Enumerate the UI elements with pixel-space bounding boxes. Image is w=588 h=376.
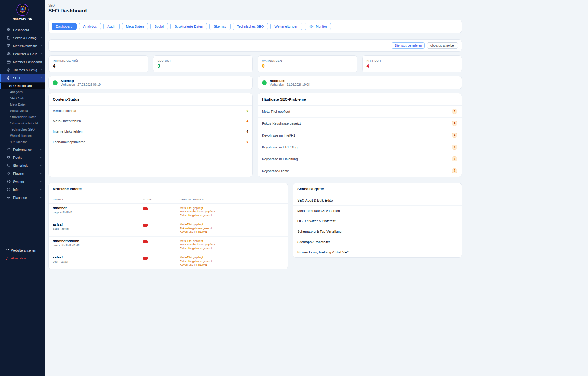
sidebar-subitem-analytics[interactable]: Analytics: [0, 89, 45, 95]
sidebar-item-medienverwaltung[interactable]: Medienverwaltung: [0, 42, 45, 50]
score-cell: [143, 206, 180, 212]
sidebar-item-seiten-beitr-ge[interactable]: Seiten & Beiträge: [0, 34, 45, 42]
plug-icon: [7, 172, 11, 175]
chevron-down-icon: [39, 156, 42, 159]
sidebar-item-label: Sicherheit: [13, 164, 37, 167]
quick-access-panel: Schnellzugriffe SEO Audit & Bulk-EditorM…: [293, 183, 462, 258]
pages-icon: [7, 36, 11, 40]
sidebar-link-website-ansehen[interactable]: Website ansehen: [0, 247, 45, 254]
chevron-down-icon: [39, 53, 42, 55]
sidebar-item-sicherheit[interactable]: Sicherheit: [0, 161, 45, 169]
issue-item: Meta-Titel gepflegt: [180, 206, 284, 210]
tab-weiterleitungen[interactable]: Weiterleitungen: [270, 23, 302, 30]
sidebar-subitem-seo-audit[interactable]: SEO Audit: [0, 95, 45, 101]
tab-social[interactable]: Social: [150, 23, 168, 30]
sidebar-subitem-social-media[interactable]: Social Media: [0, 107, 45, 114]
status-dot: [53, 80, 58, 85]
page-title: SEO Dashboard: [48, 8, 462, 14]
score-badge: [143, 257, 148, 260]
sidebar-subitem-technisches-seo[interactable]: Technisches SEO: [0, 126, 45, 132]
table-row: dfhdfhdfhdfhdfhpost · dfhdfhdfhdfhdfhMet…: [49, 237, 288, 253]
sidebar-item-seo[interactable]: SEO: [0, 74, 45, 82]
tab-technisches-seo[interactable]: Technisches SEO: [233, 23, 268, 30]
breadcrumb: SEO: [48, 4, 462, 7]
stat-card-seo-gut: SEO GUT0: [153, 55, 253, 72]
sidebar-item-label: Medienverwaltung: [13, 44, 37, 48]
quick-link-broken-links-hreflang-bild-seo[interactable]: Broken Links, hreflang & Bild-SEO: [293, 247, 462, 257]
issue-item: Meta-Titel gepflegt: [180, 223, 284, 226]
row-label: Fokus-Keyphrase gesetzt: [262, 122, 301, 125]
quick-link-og-x-twitter-pinterest[interactable]: OG, X/Twitter & Pinterest: [293, 216, 462, 226]
issue-item: Fokus-Keyphrase gesetzt: [180, 246, 284, 250]
sidebar-item-dashboard[interactable]: Dashboard: [0, 26, 45, 34]
chevron-down-icon: [39, 188, 42, 191]
sidebar-subitem-meta-daten[interactable]: Meta-Daten: [0, 101, 45, 107]
quick-link-schema-org-typ-verteilung[interactable]: Schema.org & Typ-Verteilung: [293, 226, 462, 237]
gear-icon: [7, 180, 11, 183]
sidebar-item-member-dashboard[interactable]: Member Dashboard: [0, 58, 45, 66]
sidebar-subitem-seo-dashboard[interactable]: SEO Dashboard: [0, 83, 45, 89]
count-badge: 4: [452, 109, 457, 114]
quick-link-seo-audit-bulk-editor[interactable]: SEO Audit & Bulk-Editor: [293, 195, 462, 206]
tab-meta-daten[interactable]: Meta-Daten: [122, 23, 148, 30]
seo-problem-row: Meta-Titel gepflegt4: [258, 106, 462, 118]
sidebar-item-label: Dashboard: [13, 28, 42, 32]
chevron-down-icon: [39, 37, 42, 39]
sidebar-item-diagnose[interactable]: Diagnose: [0, 193, 45, 202]
tab-audit[interactable]: Audit: [103, 23, 119, 30]
content-subtitle: page · asfsaf: [53, 227, 143, 230]
quick-link-meta-templates-variablen[interactable]: Meta-Templates & Variablen: [293, 206, 462, 216]
sidebar-item-label: Diagnose: [13, 196, 37, 199]
sidebar-item-label: Benutzer & Gruppen: [13, 52, 37, 56]
issue-item: Keyphrase im Titel/H1: [180, 263, 284, 266]
tab-dashboard[interactable]: Dashboard: [52, 23, 77, 30]
tab-strukturierte-daten[interactable]: Strukturierte Daten: [170, 23, 207, 30]
logo-text: 365CMS.DE: [13, 18, 32, 21]
stat-label: SEO GUT: [158, 59, 249, 62]
sidebar-link-abmelden[interactable]: Abmelden: [0, 254, 45, 262]
row-label: Veröffentlichbar: [53, 109, 77, 112]
issue-item: Meta-Titel gepflegt: [180, 239, 284, 243]
users-icon: [7, 52, 11, 56]
sidebar-item-recht[interactable]: Recht: [0, 153, 45, 161]
tab-analytics[interactable]: Analytics: [79, 23, 101, 30]
issues-cell: Meta-Titel gepflegtFokus-Keyphrase geset…: [180, 256, 284, 266]
sidebar-item-system[interactable]: System: [0, 177, 45, 185]
table-header-row: INHALTSCOREOFFENE PUNKTE: [49, 195, 288, 204]
tab-404-monitor[interactable]: 404-Monitor: [305, 23, 331, 30]
critical-content-title: Kritische Inhalte: [49, 183, 288, 195]
issue-item: Fokus-Keyphrase gesetzt: [180, 226, 284, 230]
sitemaps-generieren-button[interactable]: Sitemaps generieren: [392, 42, 424, 49]
column-header-inhalt: INHALT: [53, 198, 143, 201]
sidebar-item-plugins[interactable]: Plugins: [0, 169, 45, 177]
sidebar-subitem-sitemap-robots-txt[interactable]: Sitemap & robots.txt: [0, 120, 45, 126]
tab-sitemap[interactable]: Sitemap: [209, 23, 230, 30]
score-badge: [143, 240, 148, 243]
sidebar-item-benutzer-gruppen[interactable]: Benutzer & Gruppen: [0, 50, 45, 58]
sidebar-subitem-strukturierte-daten[interactable]: Strukturierte Daten: [0, 114, 45, 120]
table-row: safasfpost · safasfMeta-Titel gepflegtFo…: [49, 253, 288, 269]
content-title[interactable]: dfhdfhdfhdfhdfh: [53, 239, 143, 243]
performance-icon: [7, 147, 11, 151]
row-label: Keyphrase-Dichte: [262, 169, 289, 173]
robots-txt-schreiben-button[interactable]: robots.txt schreiben: [427, 42, 458, 49]
content-subtitle: post · dfhdfhdfhdfhdfh: [53, 244, 143, 247]
sidebar-subitem-weiterleitungen[interactable]: Weiterleitungen: [0, 132, 45, 139]
chevron-down-icon: [39, 172, 42, 175]
content-title[interactable]: safasf: [53, 256, 143, 259]
content-status-row: Meta-Daten fehlen4: [49, 116, 252, 126]
stat-card-warnungen: WARNUNGEN0: [258, 55, 357, 72]
stat-card-kritisch: KRITISCH4: [362, 55, 462, 72]
content-title[interactable]: dfhdfhdf: [53, 206, 143, 210]
sidebar-item-label: Themes & Design: [13, 68, 37, 72]
sidebar-subitem-404-monitor[interactable]: 404-Monitor: [0, 139, 45, 145]
quick-link-sitemaps-robots-txt[interactable]: Sitemaps & robots.txt: [293, 237, 462, 247]
sidebar-item-themes-design[interactable]: Themes & Design: [0, 66, 45, 74]
status-title: robots.txt: [270, 79, 310, 83]
row-label: Keyphrase in Einleitung: [262, 157, 298, 161]
sidebar-item-label: Member Dashboard: [13, 60, 42, 64]
content-title[interactable]: asfsaf: [53, 223, 143, 226]
sidebar-item-performance[interactable]: Performance: [0, 145, 45, 153]
sidebar-item-info[interactable]: Info: [0, 185, 45, 193]
stat-label: KRITISCH: [367, 59, 458, 62]
